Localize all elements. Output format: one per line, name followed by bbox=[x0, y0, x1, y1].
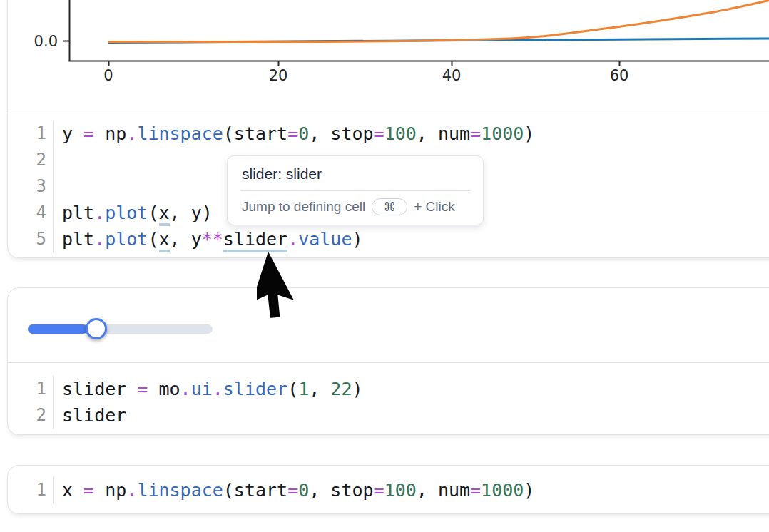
marimo-notebook: { "plot": { "ytick": "0.0", "xticks": ["… bbox=[0, 0, 769, 532]
code-text[interactable]: slider = mo.ui.slider(1, 22) bbox=[54, 376, 363, 402]
code-line[interactable]: 2 slider bbox=[8, 402, 769, 429]
code-text[interactable]: plt.plot(x, y**slider.value) bbox=[54, 226, 363, 252]
slider-track[interactable] bbox=[28, 324, 213, 334]
code-text[interactable] bbox=[54, 147, 62, 173]
line-number: 3 bbox=[8, 173, 54, 200]
code-line[interactable]: 5 plt.plot(x, y**slider.value) bbox=[8, 226, 769, 252]
code-line[interactable]: 1 slider = mo.ui.slider(1, 22) bbox=[8, 376, 769, 402]
line-number: 1 bbox=[8, 376, 54, 402]
code-text[interactable]: plt.plot(x, y) bbox=[54, 200, 213, 226]
code-editor-slider[interactable]: 1 slider = mo.ui.slider(1, 22) 2 slider bbox=[8, 362, 769, 436]
code-text[interactable] bbox=[54, 173, 62, 200]
command-key-icon: ⌘ bbox=[372, 198, 407, 215]
line-number: 1 bbox=[8, 121, 54, 147]
line-number: 1 bbox=[8, 477, 54, 503]
code-line[interactable]: 1 y = np.linspace(start=0, stop=100, num… bbox=[8, 121, 769, 147]
line-number: 4 bbox=[8, 200, 54, 226]
tooltip-title: slider: slider bbox=[228, 156, 483, 190]
code-editor-x[interactable]: 1 x = np.linspace(start=0, stop=100, num… bbox=[8, 466, 769, 513]
jump-to-cell-label: Jump to defining cell bbox=[242, 199, 365, 215]
cell-slider: 1 slider = mo.ui.slider(1, 22) 2 slider bbox=[7, 287, 769, 435]
code-text[interactable]: x = np.linspace(start=0, stop=100, num=1… bbox=[54, 477, 534, 503]
code-text[interactable]: y = np.linspace(start=0, stop=100, num=1… bbox=[54, 121, 534, 147]
code-line[interactable]: 1 x = np.linspace(start=0, stop=100, num… bbox=[8, 477, 769, 503]
tooltip-action-row[interactable]: Jump to defining cell ⌘ + Click bbox=[228, 191, 483, 225]
cell-x-definition: 1 x = np.linspace(start=0, stop=100, num… bbox=[7, 465, 769, 514]
line-number: 2 bbox=[8, 402, 54, 429]
plot-output-area bbox=[8, 0, 769, 111]
slider-output-area bbox=[8, 288, 769, 362]
line-number: 2 bbox=[8, 147, 54, 173]
click-hint-label: + Click bbox=[414, 199, 455, 215]
slider-handle[interactable] bbox=[86, 318, 107, 339]
code-text[interactable]: slider bbox=[54, 402, 126, 429]
line-number: 5 bbox=[8, 226, 54, 252]
slider-fill bbox=[28, 324, 88, 334]
variable-tooltip: slider: slider Jump to defining cell ⌘ +… bbox=[227, 155, 484, 225]
